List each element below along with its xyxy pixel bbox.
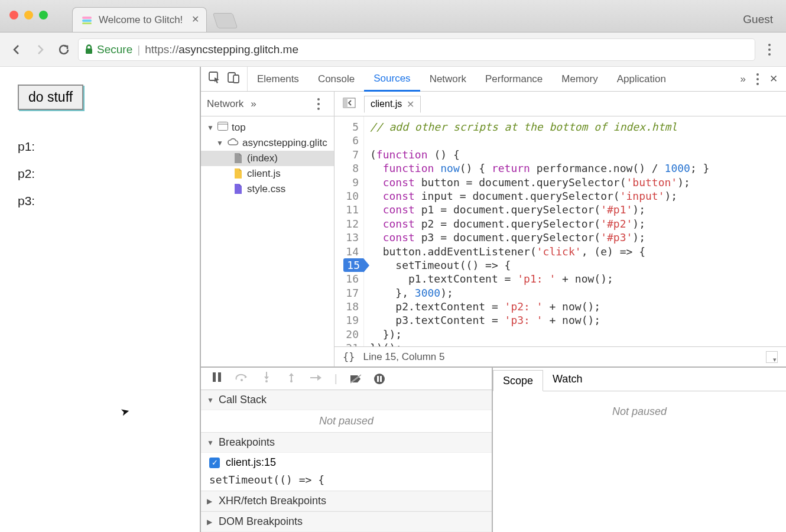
deactivate-breakpoints-button[interactable] [349, 374, 362, 384]
separator: | [137, 43, 140, 56]
close-tab-icon[interactable]: ✕ [191, 14, 199, 25]
tab-title: Welcome to Glitch! [99, 14, 183, 26]
address-bar[interactable]: Secure | https://asyncstepping.glitch.me [78, 38, 755, 61]
tree-file[interactable]: client.js [201, 166, 334, 181]
file-tree: top asyncstepping.glitc (index)client.js… [201, 116, 334, 366]
tree-file[interactable]: (index) [201, 151, 334, 166]
close-devtools-icon[interactable]: ✕ [769, 73, 778, 85]
page-viewport: do stuff p1: p2: p3: [0, 67, 201, 532]
svg-rect-10 [343, 98, 347, 108]
breakpoints-header[interactable]: Breakpoints [201, 432, 492, 453]
forward-button[interactable] [31, 40, 50, 59]
p1-text: p1: [18, 140, 182, 154]
xhr-breakpoints-label: XHR/fetch Breakpoints [219, 495, 326, 507]
breakpoint-item[interactable]: ✓ client.js:15 [201, 453, 492, 472]
svg-rect-7 [218, 122, 228, 131]
minimize-window-button[interactable] [24, 11, 33, 20]
svg-rect-11 [213, 372, 216, 382]
devtools-menu-button[interactable] [756, 73, 759, 85]
file-tab-label: client.js [371, 99, 402, 109]
device-toggle-icon[interactable] [227, 71, 240, 87]
svg-point-15 [265, 380, 268, 382]
tree-domain[interactable]: asyncstepping.glitc [201, 135, 334, 151]
pause-on-exceptions-button[interactable] [374, 374, 385, 384]
back-button[interactable] [7, 40, 26, 59]
step-button[interactable] [310, 372, 323, 385]
svg-rect-6 [233, 75, 239, 83]
devtools-tab-sources[interactable]: Sources [364, 67, 420, 92]
devtools-tabs: ElementsConsoleSourcesNetworkPerformance… [201, 67, 786, 92]
navigator-panel: Network » top asyncstepping.glitc [201, 92, 334, 366]
devtools-tab-performance[interactable]: Performance [476, 67, 552, 91]
step-over-button[interactable] [235, 372, 248, 385]
dom-breakpoints-header[interactable]: DOM Breakpoints [201, 511, 492, 532]
devtools-tab-elements[interactable]: Elements [248, 67, 308, 91]
breakpoint-checkbox[interactable]: ✓ [209, 458, 220, 468]
browser-menu-button[interactable] [760, 44, 779, 56]
tree-top[interactable]: top [201, 120, 334, 135]
callstack-body: Not paused [201, 410, 492, 432]
navigator-menu-icon[interactable] [309, 98, 328, 110]
svg-rect-22 [380, 376, 382, 382]
devtools-panel: ElementsConsoleSourcesNetworkPerformance… [201, 67, 786, 532]
breakpoint-code: setTimeout(() => { [201, 472, 492, 491]
devtools-tab-application[interactable]: Application [608, 67, 675, 91]
editor-tabs: client.js ✕ [334, 92, 786, 116]
traffic-lights [9, 11, 48, 20]
code-editor[interactable]: 56789101112131415161718192021 // add oth… [334, 116, 786, 346]
xhr-breakpoints-header[interactable]: XHR/fetch Breakpoints [201, 491, 492, 511]
svg-rect-2 [82, 22, 92, 24]
navigator-tab[interactable]: Network [207, 98, 243, 110]
pretty-print-icon[interactable]: {} [343, 351, 355, 363]
window-icon [217, 122, 228, 134]
maximize-window-button[interactable] [39, 11, 48, 20]
debugger-panel: | Call Stack Not paused Breakpoints ✓ cl… [201, 368, 493, 532]
scope-tab-scope[interactable]: Scope [493, 370, 543, 391]
more-tabs-icon[interactable]: » [740, 73, 746, 85]
scope-panel: ScopeWatch Not paused [493, 368, 786, 532]
favicon-icon [81, 14, 93, 26]
browser-toolbar: Secure | https://asyncstepping.glitch.me [0, 33, 786, 67]
cursor-position: Line 15, Column 5 [363, 351, 444, 363]
window-titlebar: Welcome to Glitch! ✕ Guest [0, 0, 786, 33]
step-into-button[interactable] [260, 372, 273, 385]
profile-label[interactable]: Guest [743, 13, 773, 26]
breakpoints-label: Breakpoints [219, 436, 275, 449]
browser-tab[interactable]: Welcome to Glitch! ✕ [72, 7, 207, 32]
inspect-element-icon[interactable] [208, 71, 221, 87]
new-tab-button[interactable] [213, 13, 238, 28]
svg-rect-0 [82, 17, 92, 19]
tree-file-label: client.js [247, 168, 281, 180]
tree-file[interactable]: style.css [201, 181, 334, 197]
cloud-icon [227, 137, 239, 149]
url-scheme: https:// [145, 43, 178, 56]
svg-rect-1 [82, 20, 92, 22]
close-window-button[interactable] [9, 11, 18, 20]
step-out-button[interactable] [285, 372, 298, 385]
scope-tab-watch[interactable]: Watch [543, 368, 592, 391]
callstack-label: Call Stack [219, 394, 267, 406]
file-icon [234, 153, 243, 164]
pause-button[interactable] [210, 372, 223, 385]
svg-point-13 [241, 379, 243, 381]
secure-label: Secure [97, 43, 132, 56]
more-nav-tabs-icon[interactable]: » [251, 98, 256, 110]
callstack-header[interactable]: Call Stack [201, 390, 492, 410]
file-icon [234, 184, 243, 194]
devtools-tab-console[interactable]: Console [308, 67, 364, 91]
do-stuff-button[interactable]: do stuff [18, 85, 83, 110]
tree-domain-label: asyncstepping.glitc [242, 137, 327, 149]
devtools-tab-network[interactable]: Network [420, 67, 476, 91]
breakpoint-location: client.js:15 [226, 456, 276, 469]
nav-pane-toggle-icon[interactable] [338, 98, 360, 111]
p2-text: p2: [18, 167, 182, 181]
close-file-tab-icon[interactable]: ✕ [407, 99, 414, 110]
url-host: asyncstepping.glitch.me [178, 43, 298, 56]
lock-icon: Secure [85, 43, 132, 56]
svg-rect-3 [86, 48, 92, 54]
tree-file-label: (index) [247, 153, 278, 164]
editor-settings-icon[interactable] [766, 351, 778, 363]
editor-file-tab[interactable]: client.js ✕ [364, 96, 421, 113]
devtools-tab-memory[interactable]: Memory [552, 67, 607, 91]
reload-button[interactable] [54, 40, 73, 59]
